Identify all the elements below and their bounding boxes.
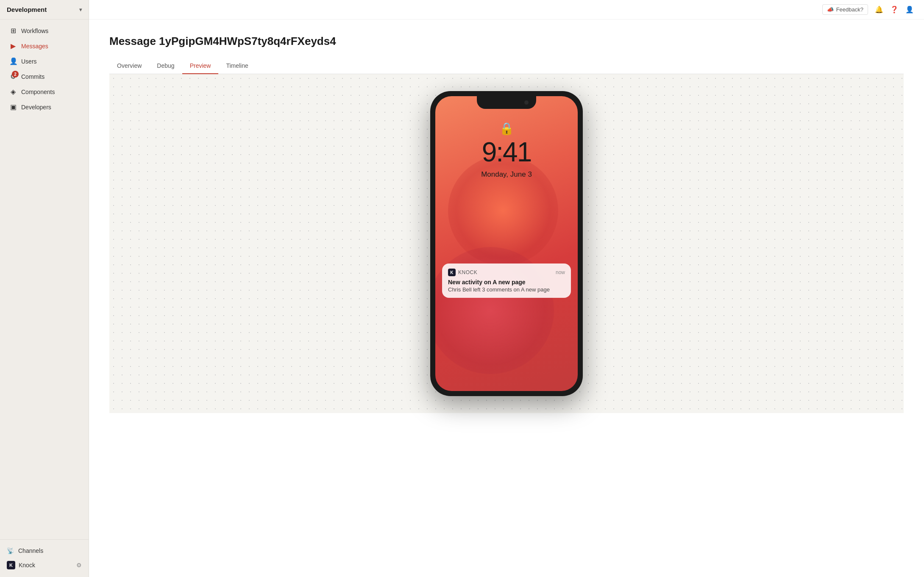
bell-icon[interactable]: 🔔 bbox=[875, 6, 883, 14]
sidebar-item-messages[interactable]: ▶ Messages bbox=[3, 39, 86, 53]
knock-item: K Knock ⚙ bbox=[0, 558, 89, 573]
notification-card: K KNOCK now New activity on A new page C… bbox=[442, 264, 571, 298]
messages-icon: ▶ bbox=[9, 42, 17, 50]
sidebar-title: Development bbox=[7, 6, 47, 13]
phone-notch bbox=[477, 96, 536, 109]
sidebar-item-users[interactable]: 👤 Users bbox=[3, 54, 86, 69]
phone-screen: 🔒 9:41 Monday, June 3 K KNOCK now bbox=[435, 96, 578, 391]
top-bar: 📣 Feedback? 🔔 ❓ 👤 bbox=[89, 0, 924, 19]
notification-app-name: KNOCK bbox=[458, 269, 477, 275]
user-icon[interactable]: 👤 bbox=[905, 6, 914, 14]
settings-icon[interactable]: ⚙ bbox=[76, 562, 82, 569]
notification-title: New activity on A new page bbox=[448, 279, 565, 286]
notification-header: K KNOCK now bbox=[448, 269, 565, 276]
tab-timeline[interactable]: Timeline bbox=[218, 58, 256, 74]
megaphone-icon: 📣 bbox=[827, 6, 834, 13]
camera-icon bbox=[524, 100, 529, 105]
sidebar-item-channels[interactable]: 📡 Channels bbox=[0, 544, 89, 558]
sidebar-item-label: Messages bbox=[21, 43, 48, 50]
knock-logo: K bbox=[7, 561, 15, 569]
notification-time: now bbox=[556, 269, 565, 275]
sidebar-item-label: Components bbox=[21, 89, 55, 95]
sidebar-item-components[interactable]: ◈ Components bbox=[3, 84, 86, 99]
phone-mockup: 🔒 9:41 Monday, June 3 K KNOCK now bbox=[430, 91, 583, 396]
components-icon: ◈ bbox=[9, 88, 17, 96]
help-icon[interactable]: ❓ bbox=[890, 6, 899, 14]
lock-icon: 🔒 bbox=[499, 122, 514, 136]
sidebar: Development ▾ ⊞ Workflows ▶ Messages 👤 U… bbox=[0, 0, 89, 577]
sidebar-item-label: Workflows bbox=[21, 28, 48, 34]
preview-area: 🔒 9:41 Monday, June 3 K KNOCK now bbox=[109, 74, 904, 413]
workflows-icon: ⊞ bbox=[9, 27, 17, 35]
channels-icon: 📡 bbox=[7, 547, 14, 554]
sidebar-item-developers[interactable]: ▣ Developers bbox=[3, 100, 86, 114]
users-icon: 👤 bbox=[9, 57, 17, 65]
tab-debug[interactable]: Debug bbox=[149, 58, 182, 74]
page-title: Message 1yPgipGM4HWpS7ty8q4rFXeyds4 bbox=[109, 35, 904, 48]
feedback-label: Feedback? bbox=[836, 6, 863, 13]
tab-overview[interactable]: Overview bbox=[109, 58, 149, 74]
phone-time: 9:41 bbox=[482, 136, 532, 168]
sidebar-nav: ⊞ Workflows ▶ Messages 👤 Users ⚙ Commits… bbox=[0, 19, 89, 539]
sidebar-item-workflows[interactable]: ⊞ Workflows bbox=[3, 23, 86, 38]
sidebar-header[interactable]: Development ▾ bbox=[0, 0, 89, 19]
tabs: Overview Debug Preview Timeline bbox=[109, 58, 904, 74]
notification-app: K KNOCK bbox=[448, 269, 477, 276]
tab-preview[interactable]: Preview bbox=[182, 58, 219, 74]
sidebar-item-label: Users bbox=[21, 58, 37, 65]
sidebar-item-label: Developers bbox=[21, 104, 51, 111]
content-area: Message 1yPgipGM4HWpS7ty8q4rFXeyds4 Over… bbox=[89, 19, 924, 577]
feedback-button[interactable]: 📣 Feedback? bbox=[822, 4, 868, 15]
notification-body: Chris Bell left 3 comments on A new page bbox=[448, 286, 565, 293]
main-content: 📣 Feedback? 🔔 ❓ 👤 Message 1yPgipGM4HWpS7… bbox=[89, 0, 924, 577]
sidebar-bottom: 📡 Channels K Knock ⚙ bbox=[0, 539, 89, 577]
sidebar-item-label: Commits bbox=[21, 73, 45, 80]
knock-app-logo: K bbox=[448, 269, 456, 276]
commits-badge: 2 bbox=[12, 71, 19, 78]
phone-date: Monday, June 3 bbox=[481, 170, 532, 179]
channels-label: Channels bbox=[18, 547, 43, 554]
sidebar-item-commits[interactable]: ⚙ Commits 2 bbox=[3, 69, 86, 84]
knock-label: Knock bbox=[19, 562, 35, 569]
developers-icon: ▣ bbox=[9, 103, 17, 111]
chevron-down-icon: ▾ bbox=[79, 7, 82, 13]
knock-left[interactable]: K Knock bbox=[7, 561, 35, 569]
